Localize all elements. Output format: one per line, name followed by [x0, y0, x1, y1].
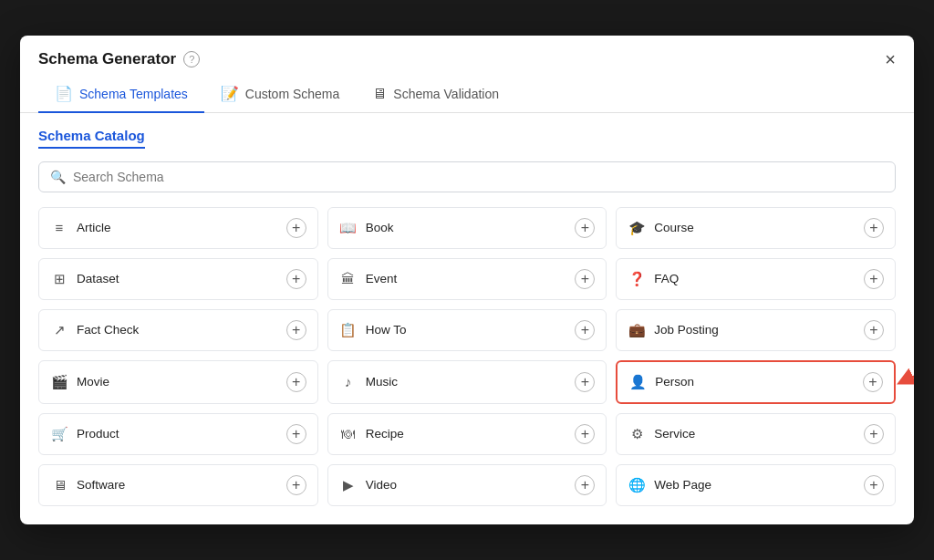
schema-item-product[interactable]: 🛒Product+ — [38, 413, 318, 455]
schema-item-label-book: Book — [366, 221, 394, 234]
schema-item-left-movie: 🎬Movie — [50, 374, 109, 390]
faq-icon: ❓ — [628, 271, 646, 287]
add-btn-faq[interactable]: + — [864, 269, 884, 289]
schema-item-movie[interactable]: 🎬Movie+ — [38, 360, 318, 404]
schema-item-label-product: Product — [77, 427, 119, 441]
schema-item-left-job-posting: 💼Job Posting — [628, 322, 719, 338]
schema-item-left-course: 🎓Course — [628, 220, 694, 236]
add-btn-how-to[interactable]: + — [575, 320, 595, 340]
schema-item-label-person: Person — [655, 375, 694, 389]
movie-icon: 🎬 — [50, 374, 68, 390]
schema-item-label-fact-check: Fact Check — [77, 323, 139, 337]
schema-item-recipe[interactable]: 🍽Recipe+ — [327, 413, 607, 455]
modal-title: Schema Generator — [38, 50, 176, 68]
schema-item-left-software: 🖥Software — [50, 477, 125, 493]
custom-schema-icon: 📝 — [221, 85, 239, 102]
schema-grid: ≡Article+📖Book+🎓Course+⊞Dataset+🏛Event+❓… — [38, 207, 896, 506]
modal-body: Schema Catalog 🔍 ≡Article+📖Book+🎓Course+… — [20, 113, 914, 524]
music-icon: ♪ — [339, 374, 358, 389]
schema-item-left-event: 🏛Event — [339, 271, 398, 286]
add-btn-software[interactable]: + — [286, 475, 306, 495]
help-icon[interactable]: ? — [183, 51, 200, 67]
schema-item-left-fact-check: ↗Fact Check — [50, 322, 139, 338]
schema-item-article[interactable]: ≡Article+ — [38, 207, 318, 249]
schema-item-left-dataset: ⊞Dataset — [50, 271, 119, 287]
web-page-icon: 🌐 — [628, 477, 646, 493]
fact-check-icon: ↗ — [50, 322, 68, 338]
tab-schema-validation[interactable]: 🖥 Schema Validation — [356, 76, 515, 113]
add-btn-event[interactable]: + — [575, 269, 595, 289]
schema-item-left-recipe: 🍽Recipe — [339, 426, 404, 441]
schema-item-book[interactable]: 📖Book+ — [327, 207, 607, 249]
schema-item-music[interactable]: ♪Music+ — [327, 360, 607, 404]
book-icon: 📖 — [339, 220, 358, 236]
tab-schema-templates[interactable]: 📄 Schema Templates — [38, 76, 204, 113]
schema-item-left-service: ⚙Service — [628, 426, 695, 442]
add-btn-movie[interactable]: + — [286, 372, 306, 392]
schema-item-software[interactable]: 🖥Software+ — [38, 464, 318, 506]
add-btn-service[interactable]: + — [864, 424, 884, 444]
schema-item-person[interactable]: 👤Person+ — [616, 360, 896, 404]
schema-item-label-how-to: How To — [366, 323, 407, 337]
tab-schema-validation-label: Schema Validation — [393, 87, 499, 101]
search-bar: 🔍 — [38, 161, 896, 192]
tab-custom-schema[interactable]: 📝 Custom Schema — [204, 76, 356, 113]
schema-item-label-dataset: Dataset — [77, 272, 119, 285]
schema-item-label-video: Video — [366, 478, 397, 492]
add-btn-product[interactable]: + — [286, 424, 306, 444]
schema-item-event[interactable]: 🏛Event+ — [327, 258, 607, 300]
service-icon: ⚙ — [628, 426, 646, 442]
schema-item-label-faq: FAQ — [654, 272, 679, 285]
product-icon: 🛒 — [50, 426, 68, 442]
schema-item-label-job-posting: Job Posting — [654, 323, 719, 337]
schema-item-left-person: 👤Person — [628, 374, 694, 390]
add-btn-video[interactable]: + — [575, 475, 595, 495]
how-to-icon: 📋 — [339, 322, 358, 338]
arrow-annotation — [896, 362, 914, 402]
add-btn-recipe[interactable]: + — [575, 424, 595, 444]
recipe-icon: 🍽 — [339, 426, 358, 441]
add-btn-person[interactable]: + — [863, 372, 883, 392]
schema-item-service[interactable]: ⚙Service+ — [616, 413, 896, 455]
schema-validation-icon: 🖥 — [372, 86, 387, 102]
schema-generator-modal: Schema Generator ? × 📄 Schema Templates … — [20, 36, 914, 524]
add-btn-dataset[interactable]: + — [286, 269, 306, 289]
modal-header: Schema Generator ? × — [20, 36, 914, 68]
schema-item-left-music: ♪Music — [339, 374, 398, 389]
add-btn-music[interactable]: + — [575, 372, 595, 392]
person-icon: 👤 — [628, 374, 647, 390]
schema-item-label-movie: Movie — [77, 375, 109, 389]
add-btn-course[interactable]: + — [864, 218, 884, 238]
tab-custom-schema-label: Custom Schema — [245, 87, 339, 101]
schema-item-how-to[interactable]: 📋How To+ — [327, 309, 607, 351]
schema-item-course[interactable]: 🎓Course+ — [616, 207, 896, 249]
schema-item-label-recipe: Recipe — [366, 427, 404, 441]
schema-item-left-faq: ❓FAQ — [628, 271, 679, 287]
add-btn-book[interactable]: + — [575, 218, 595, 238]
schema-item-label-service: Service — [654, 427, 695, 441]
schema-item-faq[interactable]: ❓FAQ+ — [616, 258, 896, 300]
schema-item-label-software: Software — [77, 478, 125, 492]
add-btn-article[interactable]: + — [286, 218, 306, 238]
tabs-row: 📄 Schema Templates 📝 Custom Schema 🖥 Sch… — [20, 76, 914, 113]
schema-item-left-product: 🛒Product — [50, 426, 119, 442]
schema-item-web-page[interactable]: 🌐Web Page+ — [616, 464, 896, 506]
schema-item-label-music: Music — [366, 375, 398, 389]
schema-item-fact-check[interactable]: ↗Fact Check+ — [38, 309, 318, 351]
schema-item-label-web-page: Web Page — [654, 478, 711, 492]
software-icon: 🖥 — [50, 477, 68, 493]
close-button[interactable]: × — [885, 50, 896, 68]
schema-item-left-how-to: 📋How To — [339, 322, 407, 338]
add-btn-fact-check[interactable]: + — [286, 320, 306, 340]
course-icon: 🎓 — [628, 220, 646, 236]
article-icon: ≡ — [50, 220, 68, 235]
schema-item-dataset[interactable]: ⊞Dataset+ — [38, 258, 318, 300]
schema-item-video[interactable]: ▶Video+ — [327, 464, 607, 506]
search-input[interactable] — [73, 170, 884, 184]
dataset-icon: ⊞ — [50, 271, 68, 287]
job-posting-icon: 💼 — [628, 322, 646, 338]
add-btn-job-posting[interactable]: + — [864, 320, 884, 340]
schema-item-left-video: ▶Video — [339, 477, 397, 493]
schema-item-job-posting[interactable]: 💼Job Posting+ — [616, 309, 896, 351]
add-btn-web-page[interactable]: + — [864, 475, 884, 495]
